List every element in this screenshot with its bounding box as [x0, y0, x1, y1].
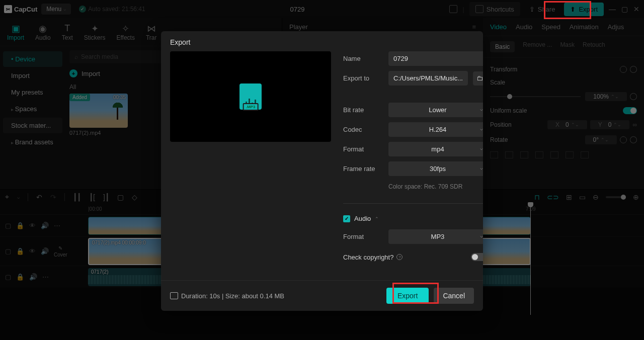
mp3-file-icon: .MP3 [239, 83, 262, 110]
bitrate-label: Bit rate [343, 106, 383, 114]
folder-icon: 🗀 [476, 74, 483, 82]
codec-select[interactable]: H.264 [388, 122, 483, 137]
audio-format-label: Format [343, 233, 383, 240]
framerate-select[interactable]: 30fps [388, 161, 483, 176]
colorspace-info: Color space: Rec. 709 SDR [343, 181, 483, 194]
help-icon[interactable]: ? [396, 254, 403, 260]
audio-section-header[interactable]: ✓ Audio ⌃ [343, 213, 483, 224]
export-preview: .MP3 [170, 51, 331, 142]
export-info: Duration: 10s | Size: about 0.14 MB [170, 292, 284, 300]
export-modal: Export .MP3 Name Export to C:/Users/PMLS… [161, 31, 483, 311]
audio-format-select[interactable]: MP3 [388, 229, 483, 244]
name-label: Name [343, 55, 383, 62]
modal-export-button[interactable]: Export [386, 288, 429, 304]
framerate-label: Frame rate [343, 165, 383, 173]
chevron-up-icon: ⌃ [375, 216, 379, 221]
codec-label: Codec [343, 126, 383, 133]
modal-cancel-button[interactable]: Cancel [434, 288, 474, 304]
audio-checkbox[interactable]: ✓ [343, 215, 350, 222]
exportto-path[interactable]: C:/Users/PMLS/Music... [388, 71, 468, 86]
exportto-label: Export to [343, 74, 383, 82]
format-label: Format [343, 145, 383, 153]
modal-title: Export [161, 31, 483, 51]
folder-button[interactable]: 🗀 [473, 71, 483, 86]
copyright-label: Check copyright? [343, 253, 393, 261]
copyright-toggle[interactable] [471, 253, 483, 261]
film-icon [170, 292, 178, 299]
name-input[interactable] [388, 51, 483, 66]
format-select[interactable]: mp4 [388, 142, 483, 156]
bitrate-select[interactable]: Lower [388, 103, 483, 117]
export-form: Name Export to C:/Users/PMLS/Music... 🗀 … [343, 51, 483, 280]
modal-footer: Duration: 10s | Size: about 0.14 MB Expo… [161, 280, 483, 311]
